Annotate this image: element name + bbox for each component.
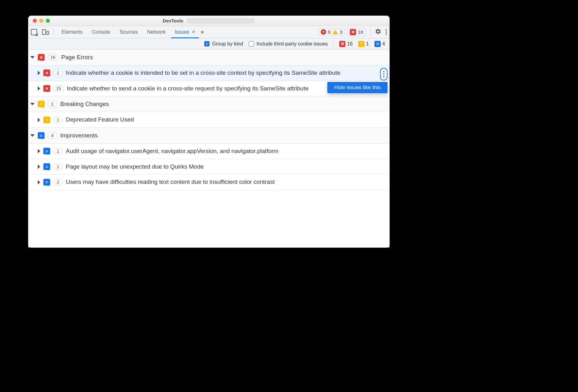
minimize-window-button[interactable] [39,19,43,23]
main-toolbar: Elements Console Sources Network Issues … [28,26,389,38]
issue-row-color-contrast[interactable]: ≡ 2 Users may have difficulties reading … [28,174,389,190]
group-improvements[interactable]: ≡ 4 Improvements [28,128,389,144]
include-third-party-checkbox[interactable]: Include third-party cookie issues [249,41,328,47]
issue-count: 1 [53,148,63,155]
breaking-square-icon: ! [358,41,364,47]
chevron-down-icon [30,56,35,59]
device-toolbar-icon[interactable] [42,29,49,35]
issue-text: Page layout may be unexpected due to Qui… [66,163,386,171]
tab-issues-label: Issues [175,29,189,35]
issues-error-count: 16 [358,29,363,35]
filter-errors-counter[interactable]: ✕ 16 [339,41,353,47]
filter-errors-count: 16 [347,41,353,47]
issues-capsule[interactable]: ✕ 16 [347,28,366,36]
group-count: 4 [48,132,57,139]
close-tab-icon[interactable]: × [192,29,195,35]
settings-gear-icon[interactable] [375,28,381,36]
chevron-down-icon [30,103,35,105]
chevron-right-icon [38,86,40,91]
error-bubble-icon: ✕ [43,85,50,92]
console-error-warning-capsule[interactable]: ✕ 9 3 [318,28,345,36]
issue-row-quirks-mode[interactable]: ≡ 1 Page layout may be unexpected due to… [28,159,389,175]
tab-network[interactable]: Network [143,29,169,35]
issue-count: 1 [53,163,63,170]
chevron-right-icon [38,71,40,75]
issue-text: Deprecated Feature Used [66,116,386,124]
issue-row-user-agent-audit[interactable]: ≡ 1 Audit usage of navigator.userAgent, … [28,144,389,159]
group-count: 16 [48,54,58,61]
checkbox-checked-icon: ✓ [204,41,210,46]
issue-text: Audit usage of navigator.userAgent, navi… [66,147,386,155]
improvement-bubble-icon: ≡ [38,132,45,139]
improvement-bubble-icon: ≡ [43,179,50,186]
zoom-window-button[interactable] [46,19,50,23]
hide-issues-label: Hide issues like this [334,84,381,90]
filter-breaking-count: 1 [366,41,369,47]
warning-count: 3 [340,29,342,35]
breaking-bubble-icon: ! [43,117,50,123]
error-count: 9 [328,29,330,35]
url-redacted-pill [186,18,255,24]
group-breaking-changes[interactable]: ! 1 Breaking Changes [28,96,389,112]
error-bubble-icon: ✕ [43,69,50,76]
issue-text: Indicate whether a cookie is intended to… [66,69,386,77]
group-count: 1 [48,101,57,108]
tab-issues[interactable]: Issues × [171,29,199,35]
hide-issues-popover[interactable]: Hide issues like this [327,82,388,93]
group-by-kind-label: Group by kind [212,41,243,47]
chevron-right-icon [38,149,40,153]
separator [370,28,371,36]
chevron-right-icon [38,118,40,122]
group-label: Breaking Changes [60,101,109,108]
tab-elements[interactable]: Elements [58,29,86,35]
separator [53,28,54,36]
checkbox-unchecked-icon [249,41,254,46]
issue-text: Users may have difficulties reading text… [66,178,386,186]
issues-filter-bar: ✓ Group by kind Include third-party cook… [28,38,389,50]
improvement-bubble-icon: ≡ [43,163,50,170]
chevron-right-icon [38,180,40,184]
issue-count: 2 [53,179,63,186]
improvement-bubble-icon: ≡ [43,148,50,155]
inspect-element-icon[interactable] [31,29,37,35]
include-third-party-label: Include third-party cookie issues [257,41,328,47]
tab-console[interactable]: Console [88,29,114,35]
filter-improvements-counter[interactable]: ≡ 4 [374,41,385,47]
issues-list: ✕ 16 Page Errors ✕ 1 Indicate whether a … [28,50,389,247]
breaking-bubble-icon: ! [38,101,45,108]
warning-triangle-icon [332,30,338,34]
issue-kebab-menu-highlighted[interactable] [380,68,388,80]
issues-error-icon: ✕ [350,29,356,35]
filter-breaking-counter[interactable]: ! 1 [358,41,369,47]
separator [333,41,334,47]
issue-row-samesite-set[interactable]: ✕ 1 Indicate whether a cookie is intende… [28,65,389,81]
issue-count: 1 [53,117,63,123]
window-controls [33,19,50,23]
improvement-square-icon: ≡ [374,41,381,47]
issue-count: 15 [53,85,64,92]
window-title: DevTools [163,18,183,23]
group-by-kind-checkbox[interactable]: ✓ Group by kind [204,41,243,47]
filter-improvements-count: 4 [382,41,385,47]
error-square-icon: ✕ [339,41,345,47]
error-circle-icon: ✕ [321,29,326,35]
devtools-window: DevTools Elements Console Sources Networ… [28,16,390,248]
issue-count: 1 [53,69,63,76]
chevron-right-icon [38,165,40,169]
error-bubble-icon: ✕ [38,54,45,61]
chevron-down-icon [30,134,35,137]
group-label: Improvements [60,132,98,139]
close-window-button[interactable] [33,19,37,23]
more-tabs-icon[interactable]: » [201,29,203,35]
titlebar: DevTools [28,16,389,26]
group-page-errors[interactable]: ✕ 16 Page Errors [28,50,389,65]
tab-sources[interactable]: Sources [116,29,142,35]
group-label: Page Errors [61,54,93,61]
issue-row-deprecated-feature[interactable]: ! 1 Deprecated Feature Used [28,112,389,128]
kebab-menu-icon[interactable] [386,29,387,35]
